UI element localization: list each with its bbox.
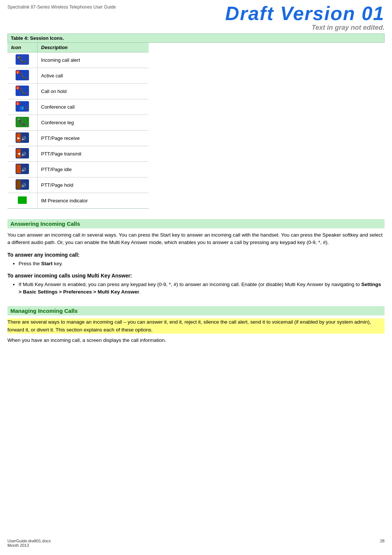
svg-text:1: 1 — [17, 102, 18, 105]
svg-text:📞: 📞 — [20, 88, 27, 95]
icon-description: IM Presence indicator — [37, 193, 149, 209]
answering-body1: You can answer an incoming call in sever… — [7, 231, 385, 247]
footer-page: 28 — [380, 539, 385, 548]
icon-description: Incoming call alert — [37, 52, 149, 68]
table-title: Table 4: Session Icons. — [7, 33, 385, 43]
icon-cell: 🔊 — [7, 162, 37, 177]
svg-rect-33 — [18, 196, 27, 204]
list-item-1: Press the Start key. — [19, 260, 385, 267]
icon-description: Conference leg — [37, 115, 149, 131]
bullet2-text: If Multi Key Answer is enabled, you can … — [19, 282, 361, 287]
bullet1-text: Press the — [19, 261, 41, 266]
footer-filename: UserGuide-draft01.docx — [7, 539, 51, 543]
icon-description: Conference call — [37, 99, 149, 115]
table-row: 1 📞 Call on hold — [7, 84, 149, 99]
icon-cell: 1 📞 — [7, 84, 37, 99]
main-content: Table 4: Session Icons. Icon Description… — [0, 33, 392, 344]
table-row: 📞 ↗ Conference leg — [7, 115, 149, 131]
list-item-2: If Multi Key Answer is enabled, you can … — [19, 281, 385, 296]
table-row: 📞 ↙ Incoming call alert — [7, 52, 149, 68]
managing-body2: When you have an incoming call, a screen… — [7, 337, 385, 344]
managing-body1: There are several ways to manage an inco… — [7, 318, 385, 334]
col-header-icon: Icon — [7, 43, 37, 52]
icon-cell: ▶ 🔊 — [7, 131, 37, 146]
svg-text:🔊: 🔊 — [21, 151, 26, 157]
table-row: ▶ 🔊 PTT/Page receive — [7, 131, 149, 146]
svg-text:📞: 📞 — [20, 73, 27, 79]
icon-cell: 📞 ↗ — [7, 115, 37, 131]
table-row: 🔊 PTT/Page hold — [7, 177, 149, 193]
icon-cell: 1 📞 — [7, 68, 37, 84]
table-row: ◀ 🔊 PTT/Page transmit — [7, 146, 149, 162]
table-row: 🔊 PTT/Page idle — [7, 162, 149, 177]
section-heading-managing: Managing Incoming Calls — [7, 306, 385, 315]
svg-text:↙: ↙ — [17, 55, 20, 59]
svg-text:👥: 👥 — [19, 105, 24, 110]
table-row: 1 👥 📞 Conference call — [7, 99, 149, 115]
answering-subheading1: To answer any incoming call: — [7, 252, 385, 258]
table-row: IM Presence indicator — [7, 193, 149, 209]
icon-description: PTT/Page transmit — [37, 146, 149, 162]
bullet1-bold: Start — [41, 261, 53, 266]
icon-cell: ◀ 🔊 — [7, 146, 37, 162]
bullet2-end: . — [139, 289, 141, 295]
footer-left: UserGuide-draft01.docx Month 2013 — [7, 539, 51, 548]
doc-title: Spectralink 87-Series Wireless Telephone… — [7, 4, 116, 10]
icon-cell — [7, 193, 37, 209]
icon-description: PTT/Page receive — [37, 131, 149, 146]
col-header-desc: Description — [37, 43, 149, 52]
answering-subheading2: To answer incoming calls using Multi Key… — [7, 273, 385, 279]
svg-text:▶: ▶ — [17, 136, 20, 140]
icon-description: PTT/Page idle — [37, 162, 149, 177]
footer-date: Month 2013 — [7, 543, 51, 548]
icons-table: Icon Description 📞 ↙ Incoming call alert… — [7, 43, 149, 209]
footer: UserGuide-draft01.docx Month 2013 28 — [7, 539, 385, 548]
svg-text:1: 1 — [17, 71, 18, 74]
icon-description: Active call — [37, 68, 149, 84]
answering-list2: If Multi Key Answer is enabled, you can … — [19, 281, 385, 296]
icon-cell: 📞 ↙ — [7, 52, 37, 68]
svg-text:◀: ◀ — [17, 152, 20, 155]
table-row: 1 📞 Active call — [7, 68, 149, 84]
bullet1-end: key. — [53, 261, 63, 266]
icon-cell: 1 👥 📞 — [7, 99, 37, 115]
svg-text:🔊: 🔊 — [21, 183, 26, 188]
draft-subtitle: Text in gray not edited. — [312, 24, 385, 32]
svg-text:🔊: 🔊 — [21, 136, 26, 141]
icon-description: PTT/Page hold — [37, 177, 149, 193]
svg-text:🔊: 🔊 — [21, 167, 26, 172]
svg-rect-31 — [16, 180, 21, 189]
draft-version-title: Draft Version 01 — [225, 4, 385, 23]
header-right: Draft Version 01 Text in gray not edited… — [116, 4, 385, 32]
header: Spectralink 87-Series Wireless Telephone… — [0, 0, 392, 33]
section-heading-answering: Answering Incoming Calls — [7, 219, 385, 228]
svg-text:1: 1 — [17, 87, 18, 89]
answering-list1: Press the Start key. — [19, 260, 385, 267]
icon-cell: 🔊 — [7, 177, 37, 193]
svg-text:📞: 📞 — [25, 105, 29, 110]
svg-text:↗: ↗ — [17, 118, 20, 121]
icon-description: Call on hold — [37, 84, 149, 99]
svg-rect-28 — [16, 164, 21, 173]
header-left: Spectralink 87-Series Wireless Telephone… — [7, 4, 116, 10]
